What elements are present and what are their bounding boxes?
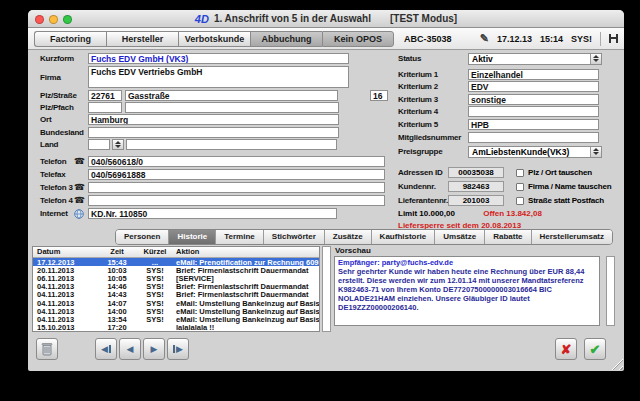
plz-ort-tauschen-checkbox[interactable] [516, 169, 524, 177]
tab-termine[interactable]: Termine [216, 230, 264, 244]
column-header-aktion[interactable]: Aktion [173, 247, 319, 257]
detail-tabbar: Personen Historie Termine Stichwörter Zu… [115, 229, 613, 245]
pfach-plz-field[interactable] [88, 102, 122, 113]
column-header-kuerzel[interactable]: Kürzel [137, 247, 173, 257]
land-name-field[interactable] [126, 139, 337, 150]
address-form-left: Kurzform Firma Fuchs EDV Vertriebs GmbH … [40, 53, 388, 219]
kriterium1-field[interactable] [468, 69, 599, 80]
toolbar: Factoring Hersteller Verbotskunde Abbuch… [28, 28, 624, 50]
plz-pfach-label: Plz/Pfach [40, 103, 74, 112]
minimize-window-button[interactable] [49, 15, 58, 24]
land-stepper[interactable] [112, 139, 124, 150]
telefax-field[interactable] [88, 169, 385, 180]
cell-aktion: lalalalala !! [173, 323, 319, 332]
ort-label: Ort [40, 115, 74, 124]
tab-umsaetze[interactable]: Umsätze [435, 230, 485, 244]
offen-value: Offen 13.842,08 [483, 209, 542, 218]
cell-kuerzel: SYS! [137, 315, 173, 324]
first-record-button[interactable]: ◀ [95, 338, 117, 360]
firma-name-tauschen-checkbox[interactable] [516, 183, 524, 191]
vorschau-scrollbar[interactable] [606, 256, 615, 326]
tab-stichwoerter[interactable]: Stichwörter [264, 230, 325, 244]
resize-grip[interactable] [610, 357, 623, 370]
preisgruppe-dropdown[interactable]: AmLiebstenKunde(VK3) [468, 146, 602, 158]
kriterium4-field[interactable] [468, 106, 599, 117]
confirm-button[interactable]: ✔ [584, 338, 606, 360]
toolbar-button-verbotskunde[interactable]: Verbotskunde [178, 31, 250, 47]
lieferantennr-value: 201003 [448, 195, 504, 206]
tab-kaufhistorie[interactable]: Kaufhistorie [372, 230, 436, 244]
tab-zusaetze[interactable]: Zusätze [325, 230, 372, 244]
close-window-button[interactable] [35, 15, 44, 24]
telefax-label: Telefax [40, 170, 74, 179]
next-record-button[interactable]: ▶ [143, 338, 165, 360]
kundennr-value: 982463 [448, 181, 504, 192]
ort-field[interactable] [88, 114, 339, 125]
phone-icon: ☎ [74, 157, 85, 166]
internet-field[interactable] [88, 208, 337, 219]
tab-historie[interactable]: Historie [169, 230, 216, 244]
window-handle-icon [609, 34, 618, 43]
mitgliedsnummer-field[interactable] [468, 132, 599, 143]
next-record-icon: ▶ [151, 344, 158, 354]
previous-record-icon: ◀ [127, 344, 134, 354]
strasse-statt-postfach-checkbox[interactable] [516, 197, 524, 205]
pfach-field[interactable] [125, 102, 339, 113]
history-scrollbar[interactable] [322, 246, 331, 332]
strasse-statt-postfach-label: Straße statt Postfach [528, 196, 604, 205]
toolbar-button-abbuchung[interactable]: Abbuchung [250, 31, 322, 47]
telefon-field[interactable] [88, 156, 385, 167]
history-table: Datum Zeit Kürzel Aktion 17.12.2013 15:4… [32, 246, 320, 332]
bundesland-field[interactable] [88, 127, 339, 138]
firma-field[interactable]: Fuchs EDV Vertriebs GmbH [88, 66, 349, 88]
app-logo-icon: 4D [195, 13, 209, 25]
current-date: 17.12.13 [497, 34, 532, 44]
delete-record-button[interactable] [36, 338, 58, 360]
titlebar: 4D 1. Anschrift von 5 in der Auswahl [TE… [28, 10, 624, 28]
land-code-field[interactable] [88, 139, 110, 150]
kriterium2-field[interactable] [468, 81, 599, 92]
cell-zeit: 17:20 [97, 323, 137, 332]
kriterium3-label: Kriterium 3 [398, 95, 468, 104]
kriterium5-field[interactable] [468, 119, 599, 130]
vorschau-empfaenger: Empfänger: party@fuchs-edv.de [338, 258, 596, 267]
telefon4-field[interactable] [88, 195, 385, 206]
zoom-window-button[interactable] [63, 15, 72, 24]
kriterium3-field[interactable] [468, 94, 599, 105]
tab-personen[interactable]: Personen [116, 230, 169, 244]
tab-herstellerumsatz[interactable]: Herstellerumsatz [532, 230, 612, 244]
column-header-datum[interactable]: Datum [33, 247, 97, 257]
strasse-field[interactable] [125, 90, 338, 101]
toolbar-button-hersteller[interactable]: Hersteller [106, 31, 178, 47]
cancel-button[interactable]: ✘ [555, 338, 577, 360]
current-user: SYS! [571, 34, 592, 44]
kriterium5-label: Kriterium 5 [398, 120, 468, 129]
tab-rabatte[interactable]: Rabatte [485, 230, 531, 244]
table-row[interactable]: 15.10.2013 17:20 lalalalala !! [33, 324, 319, 332]
hausnummer-field[interactable] [370, 90, 388, 101]
kurzform-field[interactable] [88, 53, 349, 64]
plz-strasse-label: Plz/Straße [40, 91, 74, 100]
status-dropdown[interactable]: Aktiv [468, 53, 602, 65]
vorschau-panel: Empfänger: party@fuchs-edv.de Sehr geehr… [334, 256, 600, 326]
plz-field[interactable] [88, 90, 122, 101]
mitgliedsnummer-label: Mitgliedsnummer [398, 133, 468, 142]
previous-record-button[interactable]: ◀ [119, 338, 141, 360]
telefon3-field[interactable] [88, 182, 385, 193]
land-label: Land [40, 140, 74, 149]
phone-icon: ☎ [74, 183, 85, 192]
last-record-button[interactable]: ▶ [167, 338, 189, 360]
toolbar-button-factoring[interactable]: Factoring [34, 31, 106, 47]
kriterium2-label: Kriterium 2 [398, 82, 468, 91]
telefon3-label: Telefon 3 [40, 183, 74, 192]
telefon4-label: Telefon 4 [40, 196, 74, 205]
status-label: Status [398, 54, 468, 63]
toolbar-divider [600, 32, 601, 46]
toolbar-button-kein-opos[interactable]: Kein OPOS [322, 31, 394, 47]
column-header-zeit[interactable]: Zeit [97, 247, 137, 257]
vorschau-title: Vorschau [335, 246, 371, 255]
address-form-right: Status Aktiv Kriterium 1 Kriterium 2 Kri… [398, 52, 620, 230]
edit-pencil-icon: ✎ [480, 32, 489, 45]
adressen-id-label: Adressen ID [398, 168, 440, 177]
status-value: Aktiv [472, 54, 493, 64]
